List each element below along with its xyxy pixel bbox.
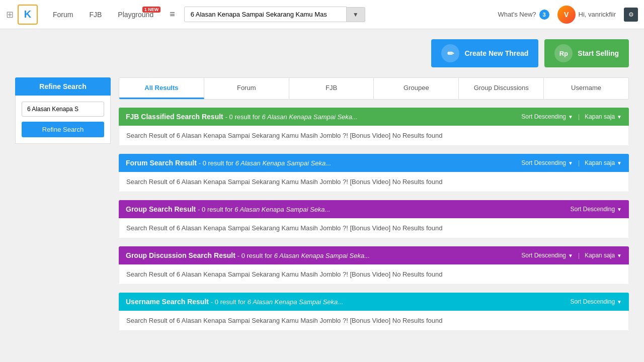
nav-fjb[interactable]: FJB: [82, 7, 109, 23]
sidebar-search-input[interactable]: [22, 102, 104, 117]
forum-result-header: Forum Search Result - 0 result for 6 Ala…: [119, 154, 629, 172]
whats-new-label: What's New?: [498, 11, 536, 18]
search-dropdown-btn[interactable]: ▼: [347, 7, 365, 22]
hamburger-button[interactable]: ≡: [165, 6, 180, 23]
fjb-sort-caret: ▼: [568, 114, 573, 120]
fjb-result-body: Search Result of 6 Alasan Kenapa Sampai …: [119, 126, 629, 146]
search-layout: Refine Search Refine Search All Results …: [15, 77, 629, 339]
fjb-time-dropdown[interactable]: Kapan saja ▼: [585, 113, 622, 120]
username-result-body: Search Result of 6 Alasan Kenapa Sampai …: [119, 311, 629, 331]
sidebar-refine-button[interactable]: Refine Search: [22, 122, 104, 137]
group-result-subtitle: - 0 result for 6 Alasan Kenapa Sampai Se…: [198, 206, 330, 213]
group-result-header: Group Search Result - 0 result for 6 Ala…: [119, 200, 629, 218]
user-section[interactable]: V Hi, vanrickfiir: [557, 6, 616, 24]
header-search: ▼: [184, 7, 365, 22]
header-right: What's New? 3 V Hi, vanrickfiir ⚙: [498, 6, 638, 24]
forum-sort-caret: ▼: [568, 160, 573, 166]
group-discussion-time-caret: ▼: [617, 253, 622, 258]
fjb-result-subtitle: - 0 result for 6 Alasan Kenapa Sampai Se…: [225, 113, 358, 121]
group-result-section: Group Search Result - 0 result for 6 Ala…: [119, 200, 629, 238]
tab-username[interactable]: Username: [544, 78, 628, 99]
username-result-subtitle: - 0 result for 6 Alasan Kenapa Sampai Se…: [211, 298, 343, 306]
group-discussion-sort-caret: ▼: [568, 253, 573, 258]
forum-sort-dropdown[interactable]: Sort Descending ▼: [521, 159, 573, 166]
nav-playground-wrapper[interactable]: Playground 1 NEW: [111, 7, 160, 23]
username-sort-caret: ▼: [617, 299, 622, 305]
fjb-sort-dropdown[interactable]: Sort Descending ▼: [521, 113, 573, 120]
logo[interactable]: K: [18, 5, 38, 25]
results-area: All Results Forum FJB Groupee Group Disc…: [119, 77, 629, 339]
fjb-result-section: FJB Classified Search Result - 0 result …: [119, 108, 629, 146]
whats-new[interactable]: What's New? 3: [498, 10, 549, 20]
tab-fjb[interactable]: FJB: [289, 78, 374, 99]
username-sort-dropdown[interactable]: Sort Descending ▼: [570, 298, 622, 305]
group-discussion-result-header: Group Discussion Search Result - 0 resul…: [119, 246, 629, 264]
forum-result-title: Forum Search Result - 0 result for 6 Ala…: [126, 159, 331, 167]
forum-result-section: Forum Search Result - 0 result for 6 Ala…: [119, 154, 629, 192]
tab-groupee[interactable]: Groupee: [374, 78, 459, 99]
action-buttons: ✏ Create New Thread Rp Start Selling: [15, 39, 629, 67]
group-sort-dropdown[interactable]: Sort Descending ▼: [570, 206, 622, 213]
create-thread-label: Create New Thread: [464, 49, 528, 57]
group-result-controls: Sort Descending ▼: [570, 206, 622, 213]
group-discussion-sort-dropdown[interactable]: Sort Descending ▼: [521, 252, 573, 259]
tab-forum[interactable]: Forum: [204, 78, 289, 99]
fjb-result-header: FJB Classified Search Result - 0 result …: [119, 108, 629, 126]
tab-all-results[interactable]: All Results: [119, 78, 204, 99]
playground-new-badge: 1 NEW: [142, 7, 161, 13]
username-result-controls: Sort Descending ▼: [570, 298, 622, 305]
group-sort-caret: ▼: [617, 207, 622, 212]
username-result-section: Username Search Result - 0 result for 6 …: [119, 293, 629, 331]
forum-result-body: Search Result of 6 Alasan Kenapa Sampai …: [119, 172, 629, 192]
group-discussion-result-body: Search Result of 6 Alasan Kenapa Sampai …: [119, 264, 629, 285]
forum-result-controls: Sort Descending ▼ | Kapan saja ▼: [521, 159, 622, 166]
forum-time-dropdown[interactable]: Kapan saja ▼: [585, 159, 622, 166]
forum-time-caret: ▼: [617, 160, 622, 166]
start-selling-label: Start Selling: [578, 49, 619, 57]
header: ⊞ K Forum FJB Playground 1 NEW ≡ ▼ What'…: [0, 0, 644, 29]
nav-forum[interactable]: Forum: [46, 7, 80, 23]
settings-icon[interactable]: ⚙: [624, 8, 638, 22]
group-result-title: Group Search Result - 0 result for 6 Ala…: [126, 205, 330, 213]
search-input[interactable]: [184, 7, 347, 22]
fjb-result-title: FJB Classified Search Result - 0 result …: [126, 113, 358, 121]
avatar: V: [557, 6, 576, 24]
username-result-title: Username Search Result - 0 result for 6 …: [126, 298, 343, 306]
group-result-body: Search Result of 6 Alasan Kenapa Sampai …: [119, 218, 629, 238]
group-discussion-result-section: Group Discussion Search Result - 0 resul…: [119, 246, 629, 285]
fjb-result-controls: Sort Descending ▼ | Kapan saja ▼: [521, 113, 622, 120]
sell-icon: Rp: [554, 44, 573, 62]
start-selling-button[interactable]: Rp Start Selling: [544, 39, 629, 67]
whats-new-count: 3: [539, 10, 549, 20]
group-discussion-time-dropdown[interactable]: Kapan saja ▼: [585, 252, 622, 259]
grid-icon[interactable]: ⊞: [6, 9, 14, 20]
tab-group-discussions[interactable]: Group Discussions: [459, 78, 544, 99]
main-content: ✏ Create New Thread Rp Start Selling Ref…: [0, 29, 644, 349]
group-discussion-result-subtitle: - 0 result for 6 Alasan Kenapa Sampai Se…: [237, 252, 370, 259]
user-name: Hi, vanrickfiir: [579, 11, 616, 18]
create-thread-button[interactable]: ✏ Create New Thread: [431, 39, 538, 67]
create-icon: ✏: [441, 44, 459, 62]
username-result-header: Username Search Result - 0 result for 6 …: [119, 293, 629, 311]
refine-search-header[interactable]: Refine Search: [15, 77, 111, 96]
group-discussion-result-title: Group Discussion Search Result - 0 resul…: [126, 251, 370, 259]
main-nav: Forum FJB Playground 1 NEW: [46, 7, 160, 23]
sidebar-body: Refine Search: [15, 96, 111, 144]
tabs: All Results Forum FJB Groupee Group Disc…: [119, 77, 629, 100]
sidebar: Refine Search Refine Search: [15, 77, 111, 339]
forum-result-subtitle: - 0 result for 6 Alasan Kenapa Sampai Se…: [199, 159, 331, 167]
fjb-time-caret: ▼: [617, 114, 622, 120]
group-discussion-result-controls: Sort Descending ▼ | Kapan saja ▼: [521, 252, 622, 259]
